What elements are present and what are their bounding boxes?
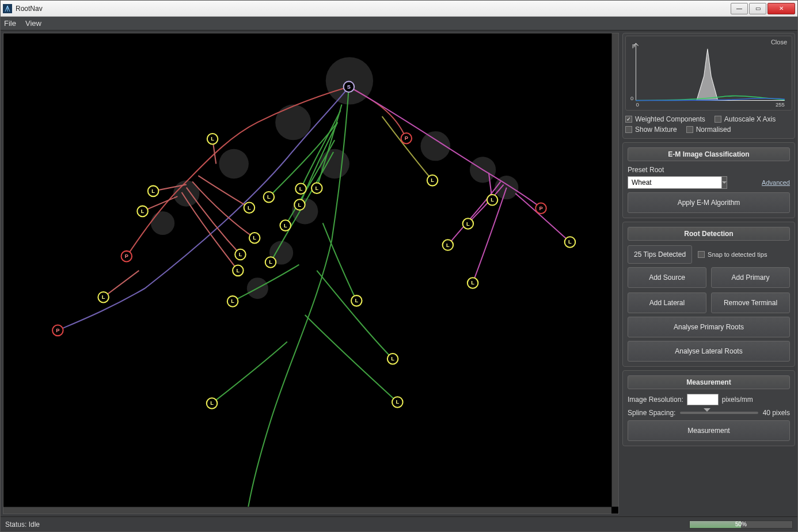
- maximize-button[interactable]: ▭: [749, 3, 766, 14]
- titlebar[interactable]: RootNav — ▭ ✕: [1, 1, 797, 17]
- svg-text:P: P: [539, 206, 542, 211]
- analyse-lateral-button[interactable]: Analyse Lateral Roots: [628, 341, 790, 362]
- canvas-scrollbar-horizontal[interactable]: [3, 507, 611, 514]
- measurement-button[interactable]: Measurement: [628, 420, 790, 441]
- add-primary-button[interactable]: Add Primary: [711, 267, 790, 288]
- image-canvas[interactable]: SPPPPPLLLLLLLLLLLLLLLLLLLLLLLLL: [3, 33, 619, 514]
- lateral-tip-node[interactable]: L: [207, 134, 218, 145]
- apply-em-button[interactable]: Apply E-M Algorithm: [628, 192, 790, 213]
- svg-text:L: L: [237, 268, 240, 273]
- root-path[interactable]: [323, 223, 357, 301]
- preset-select[interactable]: [628, 176, 702, 189]
- svg-text:L: L: [396, 399, 399, 405]
- menubar: File View: [1, 17, 797, 31]
- lateral-tip-node[interactable]: L: [468, 278, 478, 288]
- minimize-button[interactable]: —: [731, 3, 748, 14]
- lateral-tip-node[interactable]: L: [227, 296, 238, 307]
- lateral-tip-node[interactable]: L: [280, 220, 291, 231]
- lateral-tip-node[interactable]: L: [98, 292, 109, 303]
- lateral-tip-node[interactable]: L: [311, 183, 322, 193]
- lateral-tip-node[interactable]: L: [265, 257, 276, 268]
- window-controls: — ▭ ✕: [731, 3, 795, 14]
- menu-view[interactable]: View: [25, 19, 41, 28]
- lateral-tip-node[interactable]: L: [427, 175, 438, 186]
- check-normalised[interactable]: Normalised: [686, 126, 731, 134]
- lateral-tip-node[interactable]: L: [233, 265, 244, 276]
- lateral-tip-node[interactable]: L: [207, 398, 218, 409]
- lateral-tip-node[interactable]: L: [387, 354, 398, 364]
- svg-text:L: L: [568, 239, 572, 245]
- remove-terminal-button[interactable]: Remove Terminal: [711, 292, 790, 313]
- root-path[interactable]: [317, 271, 393, 359]
- chevron-down-icon[interactable]: [722, 176, 727, 189]
- root-path[interactable]: [448, 181, 501, 245]
- root-svg[interactable]: SPPPPPLLLLLLLLLLLLLLLLLLLLLLLLL: [3, 33, 618, 514]
- lateral-tip-node[interactable]: L: [487, 195, 498, 206]
- lateral-tip-node[interactable]: L: [443, 240, 454, 250]
- hist-ymin: 0: [630, 95, 633, 101]
- histogram-close[interactable]: Close: [771, 39, 787, 45]
- root-path[interactable]: [305, 315, 398, 402]
- primary-tip-node[interactable]: P: [121, 251, 132, 262]
- analyse-primary-button[interactable]: Analyse Primary Roots: [628, 317, 790, 337]
- svg-text:L: L: [210, 400, 214, 406]
- preset-input[interactable]: [628, 176, 722, 189]
- slider-thumb-icon[interactable]: [704, 408, 710, 415]
- histogram-plot[interactable]: Close p 0 0 255: [625, 36, 792, 111]
- root-path[interactable]: [515, 193, 570, 242]
- spline-slider[interactable]: [680, 412, 758, 414]
- lateral-tip-node[interactable]: L: [565, 237, 576, 248]
- lateral-tip-node[interactable]: L: [351, 295, 362, 306]
- svg-point-2: [219, 149, 248, 178]
- svg-text:L: L: [267, 194, 271, 200]
- histogram-options: Weighted Components Autoscale X Axis Sho…: [625, 115, 792, 134]
- lateral-tip-node[interactable]: L: [249, 233, 260, 244]
- lateral-tip-node[interactable]: L: [392, 397, 403, 408]
- lateral-tip-node[interactable]: L: [294, 199, 305, 210]
- lateral-tip-node[interactable]: L: [264, 192, 275, 203]
- app-window: RootNav — ▭ ✕ File View SPPPPPLLLLLLLLLL…: [0, 0, 798, 532]
- lateral-tip-node[interactable]: L: [244, 202, 255, 213]
- hist-ylabel: p: [632, 42, 635, 48]
- canvas-scrollbar-vertical[interactable]: [611, 33, 618, 507]
- root-path[interactable]: [468, 185, 504, 224]
- root-path[interactable]: [198, 176, 249, 208]
- advanced-link[interactable]: Advanced: [762, 179, 790, 186]
- primary-tip-node[interactable]: P: [401, 133, 412, 144]
- svg-text:L: L: [253, 235, 256, 241]
- hist-xmin: 0: [636, 101, 639, 107]
- em-panel: E-M Image Classification Preset Root Adv…: [622, 142, 795, 218]
- svg-text:P: P: [125, 253, 128, 259]
- lateral-tip-node[interactable]: L: [463, 218, 474, 229]
- source-node[interactable]: S: [344, 81, 355, 92]
- svg-point-1: [275, 105, 311, 140]
- primary-tip-node[interactable]: P: [52, 325, 63, 336]
- lateral-tip-node[interactable]: L: [148, 186, 159, 197]
- lateral-tip-node[interactable]: L: [137, 206, 148, 217]
- primary-tip-node[interactable]: P: [535, 203, 546, 214]
- check-weighted[interactable]: Weighted Components: [625, 115, 705, 123]
- svg-text:L: L: [446, 242, 450, 248]
- check-snap-tips[interactable]: Snap to detected tips: [698, 251, 767, 258]
- resolution-input[interactable]: [687, 394, 719, 405]
- spline-value: 40 pixels: [763, 409, 790, 417]
- status-text: Status: Idle: [5, 520, 40, 529]
- svg-text:L: L: [102, 294, 105, 300]
- svg-text:L: L: [431, 177, 434, 183]
- lateral-tip-node[interactable]: L: [295, 183, 306, 194]
- svg-text:L: L: [391, 356, 394, 362]
- root-path[interactable]: [212, 341, 287, 403]
- lateral-tip-node[interactable]: L: [235, 249, 246, 260]
- root-path[interactable]: [104, 271, 139, 297]
- add-lateral-button[interactable]: Add Lateral: [628, 292, 706, 313]
- svg-text:L: L: [141, 208, 145, 214]
- svg-text:S: S: [347, 84, 351, 90]
- add-source-button[interactable]: Add Source: [628, 267, 706, 288]
- histogram-panel: Close p 0 0 255 Weighted: [622, 33, 795, 139]
- menu-file[interactable]: File: [4, 19, 16, 28]
- em-header: E-M Image Classification: [628, 147, 790, 161]
- close-button[interactable]: ✕: [767, 3, 795, 14]
- check-showmixture[interactable]: Show Mixture: [625, 126, 677, 134]
- checkbox-icon: [715, 116, 721, 123]
- check-autoscale[interactable]: Autoscale X Axis: [715, 115, 776, 123]
